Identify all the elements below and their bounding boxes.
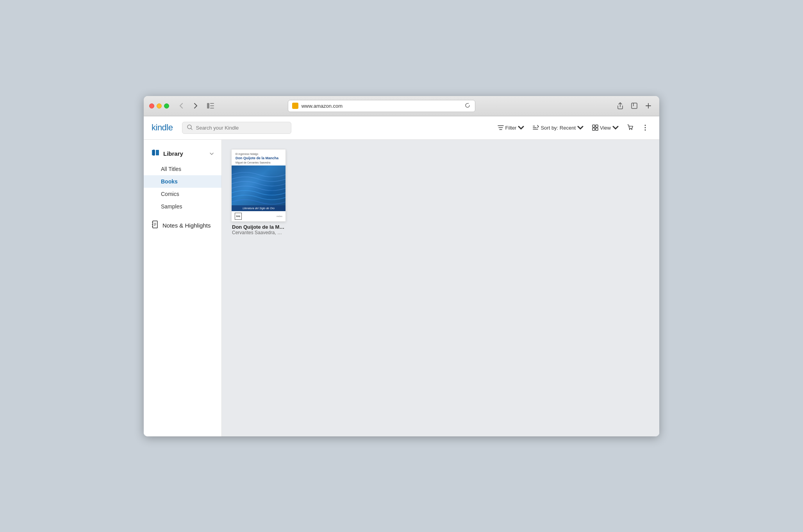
sidebar-item-books[interactable]: Books (144, 175, 221, 188)
sidebar-item-samples[interactable]: Samples (144, 200, 221, 213)
share-button[interactable] (615, 100, 626, 111)
comics-label: Comics (161, 191, 179, 197)
forward-button[interactable] (190, 100, 201, 111)
book-cover-band-text: Literatura del Siglo de Oro (235, 207, 282, 210)
sidebar-item-comics[interactable]: Comics (144, 188, 221, 200)
sidebar: Library All Titles Books Comic (144, 140, 222, 436)
samples-label: Samples (161, 203, 182, 210)
book-title-cover: Don Quijote de la Mancha (236, 156, 282, 160)
svg-rect-2 (210, 105, 214, 106)
traffic-lights (149, 103, 169, 109)
reload-button[interactable] (464, 102, 471, 110)
sort-button[interactable]: Sort by: Recent (530, 123, 587, 133)
new-tab-button[interactable] (629, 100, 640, 111)
app-container: kindle Filter (144, 116, 659, 436)
book-cover: El ingenioso hidalgo Don Quijote de la M… (231, 149, 286, 222)
book-cover-band: Literatura del Siglo de Oro (232, 205, 286, 211)
favicon (292, 103, 298, 109)
maximize-button[interactable] (164, 103, 169, 109)
book-author: Cervantes Saavedra, Miguel de (232, 230, 285, 235)
add-tab-button[interactable] (643, 100, 654, 111)
books-grid: El ingenioso hidalgo Don Quijote de la M… (231, 149, 650, 235)
svg-rect-7 (592, 125, 595, 127)
book-cover-bottom: RAE redes (232, 211, 286, 221)
more-button[interactable] (639, 123, 651, 133)
browser-window: www.amazon.com (144, 96, 659, 436)
rae-label: RAE (236, 215, 241, 217)
url-text: www.amazon.com (302, 103, 461, 109)
sidebar-item-all-titles[interactable]: All Titles (144, 163, 221, 175)
view-button[interactable]: View (589, 123, 622, 133)
filter-label: Filter (505, 125, 517, 131)
filter-button[interactable]: Filter (494, 123, 528, 133)
svg-point-13 (645, 125, 646, 126)
svg-rect-8 (596, 125, 598, 127)
book-info: Don Quijote de la Manc... Cervantes Saav… (231, 224, 286, 235)
library-label: Library (163, 150, 183, 157)
sidebar-toggle-button[interactable] (205, 100, 216, 111)
back-button[interactable] (175, 100, 186, 111)
svg-rect-5 (633, 103, 634, 106)
svg-point-14 (645, 127, 646, 128)
svg-point-15 (645, 130, 646, 131)
toolbar-right (615, 100, 654, 111)
publisher-label: redes (277, 215, 282, 217)
close-button[interactable] (149, 103, 154, 109)
minimize-button[interactable] (157, 103, 162, 109)
notes-label: Notes & Highlights (162, 222, 211, 229)
view-label: View (600, 125, 611, 131)
svg-rect-18 (153, 149, 154, 156)
all-titles-label: All Titles (161, 166, 181, 172)
svg-rect-0 (207, 103, 209, 109)
notes-highlights-section[interactable]: Notes & Highlights (144, 217, 221, 233)
library-section: Library All Titles Books Comic (144, 146, 221, 214)
header-controls: Filter Sort by: Recent (494, 123, 651, 133)
library-icon (152, 149, 159, 158)
main-layout: Library All Titles Books Comic (144, 140, 659, 436)
book-cover-image: Literatura del Siglo de Oro (232, 165, 286, 211)
title-bar: www.amazon.com (144, 96, 659, 116)
svg-point-11 (629, 129, 630, 130)
svg-rect-4 (632, 103, 637, 109)
search-icon (187, 125, 193, 131)
library-header[interactable]: Library (144, 146, 221, 161)
svg-rect-10 (596, 128, 598, 130)
library-items: All Titles Books Comics Samples (144, 161, 221, 214)
book-title: Don Quijote de la Manc... (232, 224, 285, 230)
svg-rect-3 (210, 108, 214, 109)
kindle-logo: kindle (152, 123, 173, 133)
address-bar[interactable]: www.amazon.com (288, 100, 475, 112)
svg-point-12 (631, 129, 632, 130)
cart-button[interactable] (624, 123, 637, 133)
rae-logo: RAE (235, 213, 242, 220)
search-input[interactable] (196, 125, 286, 131)
chevron-down-icon (210, 151, 214, 156)
notes-icon (152, 221, 159, 230)
search-bar[interactable] (182, 122, 291, 134)
svg-rect-1 (210, 103, 214, 104)
books-label: Books (161, 178, 178, 185)
book-card[interactable]: El ingenioso hidalgo Don Quijote de la M… (231, 149, 286, 235)
book-author-cover: Miguel de Cervantes Saavedra (236, 161, 282, 164)
book-cover-top: El ingenioso hidalgo Don Quijote de la M… (232, 149, 286, 165)
book-subtitle: El ingenioso hidalgo (236, 153, 282, 156)
svg-rect-9 (592, 128, 595, 130)
kindle-header: kindle Filter (144, 116, 659, 140)
content-area: El ingenioso hidalgo Don Quijote de la M… (222, 140, 659, 436)
svg-rect-17 (156, 150, 159, 155)
sort-label: Sort by: Recent (541, 125, 576, 131)
